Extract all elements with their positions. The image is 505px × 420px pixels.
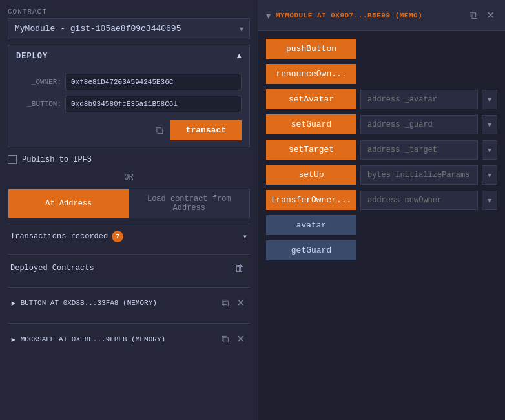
fn-button-setavatar[interactable]: setAvatar: [266, 89, 356, 109]
fn-param-input-4[interactable]: [360, 140, 478, 160]
contract-item-name-1: MOCKSAFE AT 0XF8E...9FBE8 (MEMORY): [21, 335, 165, 343]
fn-button-setup[interactable]: setUp: [266, 165, 356, 185]
transact-button[interactable]: transact: [170, 120, 242, 140]
contract-item-name-0: BUTTON AT 0XD8B...33FA8 (MEMORY): [21, 299, 157, 307]
close-contract-0-icon[interactable]: ✕: [234, 294, 247, 311]
copy-contract-1-icon[interactable]: ⧉: [219, 331, 231, 348]
deploy-section: DEPLOY ▲ _OWNER: _BUTTON: ⧉ transact: [8, 45, 250, 147]
right-body: pushButtonrenounceOwn...setAvatar▾setGua…: [258, 31, 505, 268]
close-contract-1-icon[interactable]: ✕: [234, 330, 247, 348]
publish-label: Publish to IPFS: [22, 155, 92, 164]
fn-button-transferowner---[interactable]: transferOwner...: [266, 190, 356, 210]
owner-row: _OWNER:: [16, 74, 242, 90]
module-title: MYMODULE AT 0X9D7...B5E99 (MEMO): [276, 12, 462, 19]
contract-section: CONTRACT MyModule - gist-105ae8f09c34406…: [8, 8, 250, 39]
fn-param-input-6[interactable]: [360, 191, 478, 210]
owner-input[interactable]: [65, 74, 242, 90]
fn-row-1: renounceOwn...: [266, 64, 497, 84]
fn-expand-5[interactable]: ▾: [482, 165, 497, 185]
publish-row: Publish to IPFS: [8, 152, 250, 167]
fn-button-getguard[interactable]: getGuard: [266, 240, 356, 260]
fn-row-7: avatar: [266, 215, 497, 235]
button-row: _BUTTON:: [16, 96, 242, 112]
close-module-icon[interactable]: ✕: [484, 6, 497, 24]
fn-button-renounceown---[interactable]: renounceOwn...: [266, 64, 356, 84]
fn-button-setguard[interactable]: setGuard: [266, 114, 356, 134]
fn-row-4: setTarget▾: [266, 140, 497, 160]
copy-module-icon[interactable]: ⧉: [468, 7, 480, 24]
contract-item-expand-1[interactable]: ▸: [10, 333, 17, 346]
fn-expand-3[interactable]: ▾: [482, 115, 497, 134]
fn-row-0: pushButton: [266, 39, 497, 59]
deploy-header[interactable]: DEPLOY ▲: [8, 45, 249, 67]
fn-param-input-5[interactable]: [360, 165, 478, 185]
right-panel: ▾ MYMODULE AT 0X9D7...B5E99 (MEMO) ⧉ ✕ p…: [258, 0, 505, 420]
deployed-contracts-row: Deployed Contracts 🗑: [8, 254, 250, 282]
left-panel: CONTRACT MyModule - gist-105ae8f09c34406…: [0, 0, 258, 420]
deploy-collapse-icon: ▲: [237, 52, 242, 61]
transactions-chevron-icon: ▾: [243, 232, 247, 242]
fn-row-3: setGuard▾: [266, 114, 497, 134]
copy-contract-0-icon[interactable]: ⧉: [219, 295, 231, 311]
transact-row: ⧉ transact: [16, 120, 242, 140]
fn-expand-4[interactable]: ▾: [482, 140, 497, 160]
deploy-content: _OWNER: _BUTTON: ⧉ transact: [8, 67, 249, 147]
owner-label: _OWNER:: [16, 78, 61, 86]
deploy-label: DEPLOY: [16, 52, 48, 61]
fn-button-pushbutton[interactable]: pushButton: [266, 39, 356, 59]
or-divider: OR: [8, 172, 250, 184]
contract-item-expand-0[interactable]: ▸: [10, 297, 17, 310]
fn-param-input-3[interactable]: [360, 115, 478, 134]
publish-checkbox[interactable]: [8, 155, 17, 164]
fn-expand-6[interactable]: ▾: [482, 191, 497, 210]
contract-select-wrapper: MyModule - gist-105ae8f09c3440695 ▾: [8, 18, 250, 39]
copy-transact-icon[interactable]: ⧉: [153, 122, 165, 139]
transactions-badge: 7: [112, 231, 123, 242]
address-tab-row: At Address Load contract from Address: [8, 189, 250, 218]
at-address-tab[interactable]: At Address: [8, 189, 129, 218]
fn-param-input-2[interactable]: [360, 90, 478, 109]
fn-button-avatar[interactable]: avatar: [266, 215, 356, 235]
fn-expand-2[interactable]: ▾: [482, 90, 497, 109]
contract-item-0: ▸ BUTTON AT 0XD8B...33FA8 (MEMORY) ⧉ ✕: [8, 287, 250, 318]
contract-select[interactable]: MyModule - gist-105ae8f09c3440695: [8, 18, 250, 39]
right-collapse-btn[interactable]: ▾: [266, 10, 271, 21]
contract-label: CONTRACT: [8, 8, 250, 16]
fn-row-6: transferOwner...▾: [266, 190, 497, 210]
right-header: ▾ MYMODULE AT 0X9D7...B5E99 (MEMO) ⧉ ✕: [258, 0, 505, 31]
fn-button-settarget[interactable]: setTarget: [266, 140, 356, 160]
trash-icon[interactable]: 🗑: [232, 260, 247, 277]
button-input[interactable]: [65, 96, 242, 112]
contract-item-1: ▸ MOCKSAFE AT 0XF8E...9FBE8 (MEMORY) ⧉ ✕: [8, 323, 250, 354]
load-contract-tab[interactable]: Load contract from Address: [129, 189, 250, 218]
transactions-label: Transactions recorded 7: [10, 231, 123, 242]
transactions-row[interactable]: Transactions recorded 7 ▾: [8, 224, 250, 249]
fn-row-2: setAvatar▾: [266, 89, 497, 109]
deployed-contracts-label: Deployed Contracts: [10, 264, 94, 273]
button-field-label: _BUTTON:: [16, 100, 61, 108]
fn-row-8: getGuard: [266, 240, 497, 260]
fn-row-5: setUp▾: [266, 165, 497, 185]
